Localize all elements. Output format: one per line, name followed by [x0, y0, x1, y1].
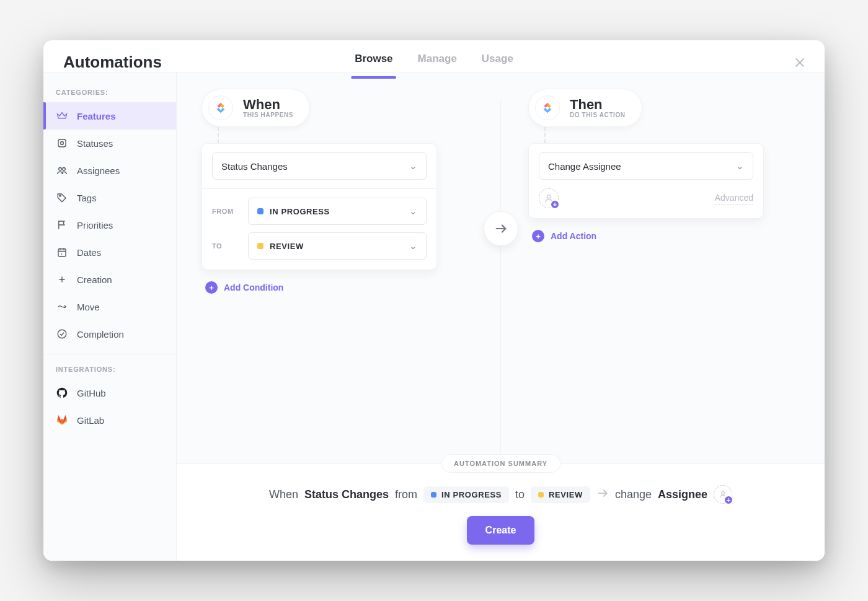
add-condition-label: Add Condition [224, 283, 283, 292]
plus-badge-icon: + [724, 495, 733, 505]
summary-to-word: to [515, 488, 525, 501]
status-color-dot [257, 243, 264, 249]
plus-badge-icon: + [550, 200, 560, 209]
when-pill: When THIS HAPPENS [202, 89, 310, 127]
sidebar-item-statuses[interactable]: Statuses [43, 129, 176, 157]
svg-rect-2 [58, 139, 66, 147]
sidebar-item-tags[interactable]: Tags [43, 184, 176, 211]
summary-to-chip: REVIEW [531, 486, 590, 503]
calendar-icon: 1 [56, 246, 68, 258]
chevron-down-icon: ⌄ [409, 240, 417, 252]
connector-line [218, 127, 500, 143]
sidebar-item-label: Features [77, 111, 116, 121]
trigger-select[interactable]: Status Changes ⌄ [212, 152, 427, 180]
from-label: FROM [212, 208, 239, 215]
summary-badge: AUTOMATION SUMMARY [441, 454, 560, 473]
then-title: Then [570, 97, 626, 112]
add-action-button[interactable]: + Add Action [532, 230, 802, 242]
chevron-down-icon: ⌄ [736, 160, 744, 172]
sidebar-divider [43, 354, 176, 354]
gitlab-icon [56, 414, 68, 426]
advanced-link[interactable]: Advanced [715, 193, 753, 204]
from-status-value: IN PROGRESS [270, 207, 330, 216]
status-color-dot [257, 208, 264, 214]
sidebar: CATEGORIES: Features Statuses Assignees … [43, 72, 177, 561]
summary-from-status: IN PROGRESS [441, 490, 502, 499]
summary-line: When Status Changes from IN PROGRESS to … [269, 485, 732, 504]
trigger-value: Status Changes [221, 161, 288, 172]
sidebar-item-label: Move [77, 302, 100, 312]
svg-point-4 [59, 168, 62, 171]
sidebar-item-dates[interactable]: 1 Dates [43, 239, 176, 266]
svg-point-11 [547, 195, 550, 198]
flag-icon [56, 219, 68, 231]
summary-from-word: from [395, 488, 417, 501]
sidebar-item-gitlab[interactable]: GitLab [43, 406, 176, 434]
automations-modal: Automations Browse Manage Usage CATEGORI… [43, 40, 825, 561]
create-button[interactable]: Create [467, 516, 535, 545]
close-icon [794, 56, 806, 69]
to-label: TO [212, 242, 239, 250]
from-row: FROM IN PROGRESS ⌄ [212, 198, 427, 225]
add-action-label: Add Action [551, 231, 596, 241]
plus-square-icon [56, 273, 68, 286]
plus-icon: + [532, 230, 544, 242]
sidebar-item-creation[interactable]: Creation [43, 266, 176, 293]
sidebar-item-completion[interactable]: Completion [43, 320, 176, 348]
svg-text:1: 1 [61, 252, 63, 256]
svg-point-13 [722, 491, 725, 494]
then-subtitle: DO THIS ACTION [570, 112, 626, 118]
close-button[interactable] [791, 54, 808, 71]
summary-from-chip: IN PROGRESS [423, 486, 509, 503]
crown-icon [56, 110, 68, 122]
check-circle-icon [56, 328, 68, 340]
to-status-value: REVIEW [270, 242, 304, 251]
integrations-heading: INTEGRATIONS: [43, 361, 176, 379]
from-status-select[interactable]: IN PROGRESS ⌄ [248, 198, 427, 225]
modal-title: Automations [63, 53, 162, 72]
status-icon [56, 137, 68, 149]
summary-assignee-picker[interactable]: + [714, 485, 732, 504]
svg-point-6 [60, 195, 61, 196]
sidebar-item-label: Priorities [77, 220, 113, 230]
summary-when-word: When [269, 488, 298, 501]
assignee-picker[interactable]: + [539, 188, 559, 208]
main: When THIS HAPPENS Status Changes ⌄ FROM [177, 72, 825, 561]
sidebar-item-label: GitHub [77, 388, 106, 398]
sidebar-item-features[interactable]: Features [43, 102, 176, 129]
sidebar-item-move[interactable]: Move [43, 293, 176, 320]
sidebar-item-github[interactable]: GitHub [43, 379, 176, 406]
then-column: Then DO THIS ACTION Change Assignee ⌄ [501, 89, 802, 463]
github-icon [56, 387, 68, 399]
sidebar-item-label: Statuses [77, 138, 113, 149]
assignee-row: + Advanced [539, 188, 753, 208]
summary-change-word: change [615, 488, 652, 501]
when-title: When [243, 97, 293, 112]
add-condition-button[interactable]: + Add Condition [205, 281, 500, 294]
summary-target: Assignee [658, 488, 707, 501]
modal-body: CATEGORIES: Features Statuses Assignees … [43, 72, 825, 561]
arrow-circle [484, 211, 518, 246]
automation-summary: AUTOMATION SUMMARY When Status Changes f… [177, 463, 825, 561]
modal-header: Automations Browse Manage Usage [43, 40, 825, 72]
sidebar-item-label: Tags [77, 193, 97, 203]
action-select[interactable]: Change Assignee ⌄ [539, 152, 753, 180]
arrow-right-icon [494, 222, 508, 235]
svg-point-9 [58, 330, 66, 338]
sidebar-item-assignees[interactable]: Assignees [43, 157, 176, 184]
clickup-logo-icon [208, 95, 233, 120]
to-status-select[interactable]: REVIEW ⌄ [248, 232, 427, 260]
arrow-right-icon [596, 487, 609, 502]
sidebar-item-label: Completion [77, 329, 124, 340]
connector-line [544, 127, 802, 143]
sidebar-item-priorities[interactable]: Priorities [43, 211, 176, 239]
summary-to-status: REVIEW [549, 490, 583, 499]
sidebar-item-label: Assignees [77, 165, 120, 176]
chevron-down-icon: ⌄ [409, 160, 417, 172]
move-icon [56, 300, 68, 313]
status-color-dot [538, 492, 544, 498]
then-card: Change Assignee ⌄ + Advance [528, 143, 764, 219]
status-color-dot [431, 492, 436, 498]
action-value: Change Assignee [548, 161, 621, 172]
clickup-logo-icon [535, 95, 560, 120]
